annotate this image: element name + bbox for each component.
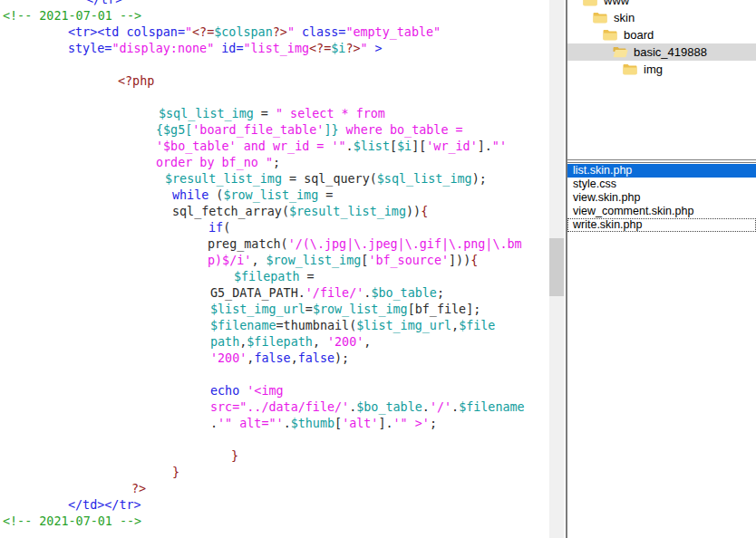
file-item-write.skin.php[interactable]: write.skin.php (567, 218, 756, 232)
file-item-label: view.skin.php (573, 191, 640, 204)
tree-item-basic_419888[interactable]: basic_419888 (567, 43, 756, 61)
file-item-label: style.css (573, 178, 616, 190)
file-item-view_comment.skin.php[interactable]: view_comment.skin.php (567, 205, 756, 218)
tree-item-board[interactable]: board (567, 26, 756, 43)
tree-item-img[interactable]: img (567, 61, 756, 78)
scrollbar-thumb[interactable] (549, 238, 564, 296)
tree-item-www[interactable]: www (567, 0, 756, 9)
code-line: <tr><td colspan="<?=$colspan?>" class="e… (0, 24, 525, 41)
folder-icon (593, 12, 608, 24)
code-area: </tr><!-- 2021-07-01 --><tr><td colspan=… (0, 0, 525, 530)
code-line: style="display:none" id="list_img<?=$i?>… (0, 41, 525, 57)
tree-item-label: img (644, 61, 663, 78)
code-line: path,$filepath, '200', (0, 334, 525, 351)
file-item-list.skin.php[interactable]: list.skin.php (567, 164, 756, 178)
file-item-label: view_comment.skin.php (573, 205, 693, 217)
code-line: '200',false,false); (0, 351, 525, 367)
file-item-label: list.skin.php (573, 164, 632, 177)
code-line: echo '<img (0, 383, 525, 399)
code-line: .'" alt="'.$thumb['alt'].'" >'; (0, 416, 525, 432)
code-line: ​ (0, 432, 525, 448)
tree-item-label: www (604, 0, 629, 9)
code-editor[interactable]: </tr><!-- 2021-07-01 --><tr><td colspan=… (0, 0, 549, 538)
code-line: <!-- 2021-07-01 --> (0, 514, 525, 530)
file-list-panel: list.skin.phpstyle.cssview.skin.phpview_… (567, 162, 756, 538)
code-line: <!-- 2021-07-01 --> (0, 8, 525, 24)
file-item-style.css[interactable]: style.css (567, 178, 756, 191)
file-item-view.skin.php[interactable]: view.skin.php (567, 191, 756, 205)
tree-item-label: board (624, 26, 654, 43)
code-line: <?php (0, 73, 525, 90)
open-folder-icon (613, 46, 628, 58)
folder-icon (623, 63, 638, 75)
code-line: } (0, 448, 525, 465)
code-line: ​ (0, 367, 525, 383)
code-line: </td></tr> (0, 497, 525, 514)
code-line: {$g5['board_file_table']} where bo_table… (0, 122, 525, 139)
code-line: ​ (0, 90, 525, 106)
code-line: } (0, 465, 525, 481)
code-line: '$bo_table' and wr_id = '".$list[$i]['wr… (0, 139, 525, 155)
code-line: $result_list_img = sql_query($sql_list_i… (0, 171, 525, 187)
code-line: G5_DATA_PATH.'/file/'.$bo_table; (0, 285, 525, 302)
code-line: ​ (0, 57, 525, 73)
code-line: $filepath = (0, 269, 525, 285)
folder-icon (603, 29, 618, 41)
code-line: $list_img_url=$row_list_img[bf_file]; (0, 302, 525, 318)
editor-vertical-scrollbar[interactable] (549, 0, 564, 538)
code-line: $sql_list_img = " select * from (0, 106, 525, 122)
code-line: ?> (0, 481, 525, 497)
code-line: $filename=thumbnail($list_img_url,$file (0, 318, 525, 334)
tree-item-skin[interactable]: skin (567, 9, 756, 26)
code-line: while ($row_list_img = (0, 187, 525, 204)
code-line: if( (0, 220, 525, 236)
tree-item-label: basic_419888 (634, 43, 707, 61)
code-line: sql_fetch_array($result_list_img)){ (0, 204, 525, 220)
folder-icon (583, 0, 598, 6)
code-line: src="../data/file/'.$bo_table.'/'.$filen… (0, 399, 525, 416)
file-item-label: write.skin.php (573, 218, 642, 231)
code-line: </tr> (0, 0, 525, 8)
code-line: order by bf_no "; (0, 155, 525, 171)
code-line: p)$/i', $row_list_img['bf_source'])){ (0, 253, 525, 269)
folder-tree-panel: www skin board basic_419888 img (567, 0, 756, 160)
file-list: list.skin.phpstyle.cssview.skin.phpview_… (567, 164, 756, 232)
tree-item-label: skin (614, 9, 635, 26)
code-line: preg_match('/(\.jpg|\.jpeg|\.gif|\.png|\… (0, 236, 525, 253)
editor-window: </tr><!-- 2021-07-01 --><tr><td colspan=… (0, 0, 756, 538)
